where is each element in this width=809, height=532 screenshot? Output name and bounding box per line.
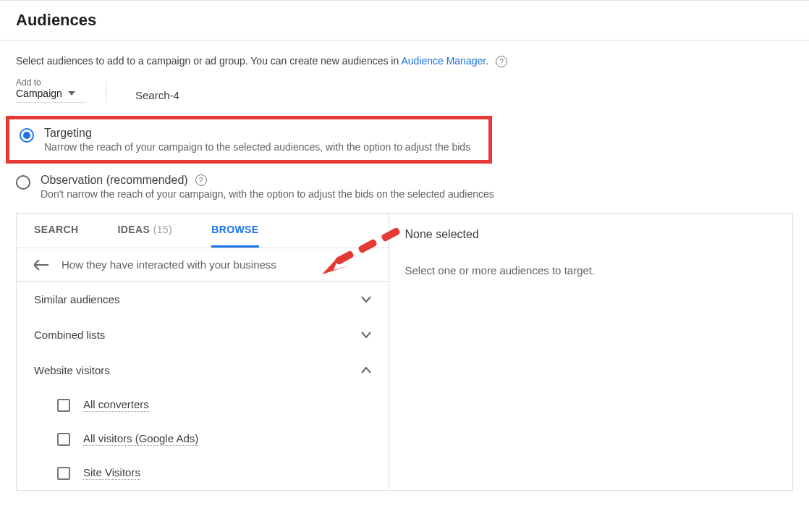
chevron-down-icon — [361, 296, 371, 303]
checkbox-site-visitors[interactable] — [57, 467, 70, 480]
panel-left: SEARCH IDEAS (15) BROWSE How they have i… — [17, 214, 389, 490]
tab-browse[interactable]: BROWSE — [211, 224, 258, 248]
radio-observation-desc: Don't narrow the reach of your campaign,… — [41, 188, 494, 200]
selected-desc: Select one or more audiences to target. — [405, 264, 777, 276]
row-similar-audiences[interactable]: Similar audiences — [17, 282, 389, 317]
controls-row: Add to Campaign Search-4 — [0, 67, 809, 116]
list-item[interactable]: All converters — [51, 388, 389, 422]
list-item[interactable]: Site Visitors — [51, 456, 389, 490]
page-title: Audiences — [16, 11, 793, 30]
add-to-label: Add to — [16, 77, 85, 88]
tab-search[interactable]: SEARCH — [34, 224, 79, 248]
add-to-value[interactable]: Campaign — [16, 88, 85, 99]
row-website-visitors[interactable]: Website visitors — [17, 352, 389, 388]
help-icon[interactable]: ? — [195, 174, 207, 186]
caret-down-icon — [68, 91, 75, 96]
checkbox-all-converters[interactable] — [57, 399, 70, 412]
intro-after: . — [486, 55, 488, 67]
audience-panel: SEARCH IDEAS (15) BROWSE How they have i… — [16, 213, 793, 491]
back-arrow-icon[interactable] — [34, 260, 48, 270]
add-to-selector[interactable]: Add to Campaign — [16, 77, 85, 103]
radio-observation[interactable]: Observation (recommended) ? Don't narrow… — [0, 166, 809, 207]
radio-observation-title: Observation (recommended) ? — [41, 174, 494, 187]
selected-title: None selected — [405, 228, 777, 241]
checkbox-all-visitors[interactable] — [57, 433, 70, 446]
radio-targeting-desc: Narrow the reach of your campaign to the… — [44, 141, 470, 153]
tab-ideas[interactable]: IDEAS (15) — [118, 224, 173, 248]
help-icon[interactable]: ? — [496, 56, 507, 67]
audience-manager-link[interactable]: Audience Manager — [401, 55, 486, 67]
breadcrumb: How they have interacted with your busin… — [17, 248, 389, 282]
intro-before: Select audiences to add to a campaign or… — [16, 55, 401, 67]
radio-targeting-title: Targeting — [44, 127, 470, 140]
chevron-up-icon — [361, 367, 371, 373]
page-header: Audiences — [0, 0, 809, 41]
radio-targeting-text: Targeting Narrow the reach of your campa… — [44, 127, 470, 153]
panel-right: None selected Select one or more audienc… — [389, 214, 793, 490]
radio-targeting-button[interactable] — [20, 128, 34, 143]
campaign-name: Search-4 — [135, 89, 179, 103]
radio-observation-text: Observation (recommended) ? Don't narrow… — [41, 174, 494, 200]
chevron-down-icon — [361, 332, 371, 338]
radio-dot-icon — [23, 132, 30, 139]
separator — [106, 81, 106, 103]
radio-observation-button[interactable] — [16, 175, 30, 190]
intro-text: Select audiences to add to a campaign or… — [0, 41, 809, 67]
radio-targeting[interactable]: Targeting Narrow the reach of your campa… — [6, 116, 492, 164]
tabs: SEARCH IDEAS (15) BROWSE — [17, 214, 389, 248]
row-combined-lists[interactable]: Combined lists — [17, 317, 389, 352]
list-item[interactable]: All visitors (Google Ads) — [51, 422, 389, 456]
visitor-sublist: All converters All visitors (Google Ads)… — [17, 388, 389, 490]
breadcrumb-label: How they have interacted with your busin… — [62, 258, 276, 271]
